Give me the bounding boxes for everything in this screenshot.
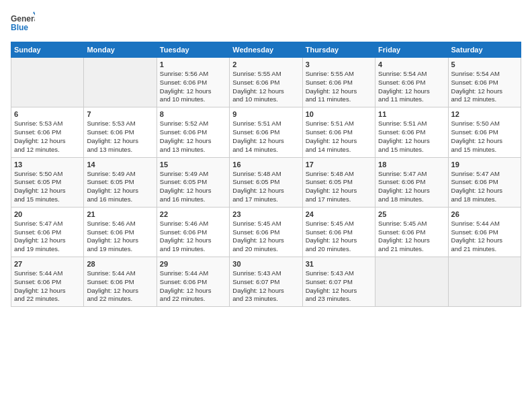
day-number: 22 bbox=[160, 210, 226, 218]
day-cell: 28Sunrise: 5:44 AM Sunset: 6:06 PM Dayli… bbox=[84, 257, 157, 307]
day-cell: 11Sunrise: 5:51 AM Sunset: 6:06 PM Dayli… bbox=[375, 107, 448, 157]
day-cell: 17Sunrise: 5:48 AM Sunset: 6:05 PM Dayli… bbox=[302, 157, 375, 207]
day-number: 16 bbox=[232, 161, 299, 169]
day-cell: 3Sunrise: 5:55 AM Sunset: 6:06 PM Daylig… bbox=[302, 58, 375, 107]
day-cell: 24Sunrise: 5:45 AM Sunset: 6:06 PM Dayli… bbox=[302, 207, 375, 257]
day-cell: 19Sunrise: 5:47 AM Sunset: 6:06 PM Dayli… bbox=[448, 157, 521, 207]
header-cell-tuesday: Tuesday bbox=[157, 42, 229, 58]
day-info: Sunrise: 5:51 AM Sunset: 6:06 PM Dayligh… bbox=[378, 120, 445, 154]
week-row-5: 27Sunrise: 5:44 AM Sunset: 6:06 PM Dayli… bbox=[11, 257, 521, 307]
day-number: 23 bbox=[232, 210, 299, 218]
day-info: Sunrise: 5:44 AM Sunset: 6:06 PM Dayligh… bbox=[160, 269, 226, 304]
day-cell: 6Sunrise: 5:53 AM Sunset: 6:06 PM Daylig… bbox=[11, 107, 84, 157]
day-info: Sunrise: 5:55 AM Sunset: 6:06 PM Dayligh… bbox=[306, 70, 372, 104]
day-number: 31 bbox=[306, 260, 372, 268]
day-info: Sunrise: 5:45 AM Sunset: 6:06 PM Dayligh… bbox=[232, 220, 299, 254]
day-cell: 29Sunrise: 5:44 AM Sunset: 6:06 PM Dayli… bbox=[157, 257, 229, 307]
day-info: Sunrise: 5:53 AM Sunset: 6:06 PM Dayligh… bbox=[87, 120, 153, 154]
day-cell: 25Sunrise: 5:45 AM Sunset: 6:06 PM Dayli… bbox=[375, 207, 448, 257]
day-cell: 16Sunrise: 5:48 AM Sunset: 6:05 PM Dayli… bbox=[230, 157, 302, 207]
day-info: Sunrise: 5:48 AM Sunset: 6:05 PM Dayligh… bbox=[232, 170, 299, 204]
day-number: 14 bbox=[87, 161, 153, 169]
day-info: Sunrise: 5:44 AM Sunset: 6:06 PM Dayligh… bbox=[451, 220, 518, 254]
day-cell: 23Sunrise: 5:45 AM Sunset: 6:06 PM Dayli… bbox=[230, 207, 302, 257]
day-info: Sunrise: 5:47 AM Sunset: 6:06 PM Dayligh… bbox=[451, 170, 518, 204]
svg-text:General: General bbox=[11, 14, 35, 24]
day-number: 11 bbox=[378, 110, 445, 118]
logo-bird-icon: General Blue bbox=[11, 11, 35, 35]
day-info: Sunrise: 5:47 AM Sunset: 6:06 PM Dayligh… bbox=[14, 220, 81, 254]
day-cell: 21Sunrise: 5:46 AM Sunset: 6:06 PM Dayli… bbox=[84, 207, 157, 257]
day-number: 12 bbox=[451, 110, 518, 118]
day-number: 29 bbox=[160, 260, 226, 268]
day-number: 5 bbox=[451, 60, 518, 68]
day-cell bbox=[375, 257, 448, 307]
header-cell-friday: Friday bbox=[375, 42, 448, 58]
header-cell-wednesday: Wednesday bbox=[230, 42, 302, 58]
day-number: 13 bbox=[14, 161, 81, 169]
day-number: 9 bbox=[232, 110, 299, 118]
day-cell: 22Sunrise: 5:46 AM Sunset: 6:06 PM Dayli… bbox=[157, 207, 229, 257]
day-number: 10 bbox=[306, 110, 372, 118]
day-number: 24 bbox=[306, 210, 372, 218]
day-cell: 8Sunrise: 5:52 AM Sunset: 6:06 PM Daylig… bbox=[157, 107, 229, 157]
day-cell: 7Sunrise: 5:53 AM Sunset: 6:06 PM Daylig… bbox=[84, 107, 157, 157]
week-row-4: 20Sunrise: 5:47 AM Sunset: 6:06 PM Dayli… bbox=[11, 207, 521, 257]
day-number: 3 bbox=[306, 60, 372, 68]
day-info: Sunrise: 5:56 AM Sunset: 6:06 PM Dayligh… bbox=[160, 70, 226, 104]
week-row-1: 1Sunrise: 5:56 AM Sunset: 6:06 PM Daylig… bbox=[11, 58, 521, 107]
day-cell bbox=[448, 257, 521, 307]
day-cell: 12Sunrise: 5:50 AM Sunset: 6:06 PM Dayli… bbox=[448, 107, 521, 157]
day-cell: 2Sunrise: 5:55 AM Sunset: 6:06 PM Daylig… bbox=[230, 58, 302, 107]
week-row-2: 6Sunrise: 5:53 AM Sunset: 6:06 PM Daylig… bbox=[11, 107, 521, 157]
day-info: Sunrise: 5:52 AM Sunset: 6:06 PM Dayligh… bbox=[160, 120, 226, 154]
day-cell: 18Sunrise: 5:47 AM Sunset: 6:06 PM Dayli… bbox=[375, 157, 448, 207]
week-row-3: 13Sunrise: 5:50 AM Sunset: 6:05 PM Dayli… bbox=[11, 157, 521, 207]
day-info: Sunrise: 5:46 AM Sunset: 6:06 PM Dayligh… bbox=[87, 220, 153, 254]
day-number: 26 bbox=[451, 210, 518, 218]
day-info: Sunrise: 5:46 AM Sunset: 6:06 PM Dayligh… bbox=[160, 220, 226, 254]
day-info: Sunrise: 5:54 AM Sunset: 6:06 PM Dayligh… bbox=[451, 70, 518, 104]
header-row: SundayMondayTuesdayWednesdayThursdayFrid… bbox=[11, 42, 521, 58]
day-info: Sunrise: 5:47 AM Sunset: 6:06 PM Dayligh… bbox=[378, 170, 445, 204]
day-number: 8 bbox=[160, 110, 226, 118]
day-info: Sunrise: 5:49 AM Sunset: 6:05 PM Dayligh… bbox=[87, 170, 153, 204]
day-cell: 1Sunrise: 5:56 AM Sunset: 6:06 PM Daylig… bbox=[157, 58, 229, 107]
day-cell: 14Sunrise: 5:49 AM Sunset: 6:05 PM Dayli… bbox=[84, 157, 157, 207]
day-info: Sunrise: 5:54 AM Sunset: 6:06 PM Dayligh… bbox=[378, 70, 445, 104]
day-cell: 5Sunrise: 5:54 AM Sunset: 6:06 PM Daylig… bbox=[448, 58, 521, 107]
day-info: Sunrise: 5:43 AM Sunset: 6:07 PM Dayligh… bbox=[306, 269, 372, 304]
day-number: 4 bbox=[378, 60, 445, 68]
day-number: 18 bbox=[378, 161, 445, 169]
header: General Blue bbox=[11, 11, 521, 35]
header-cell-sunday: Sunday bbox=[11, 42, 84, 58]
svg-marker-2 bbox=[33, 11, 35, 13]
day-cell: 10Sunrise: 5:51 AM Sunset: 6:06 PM Dayli… bbox=[302, 107, 375, 157]
day-info: Sunrise: 5:44 AM Sunset: 6:06 PM Dayligh… bbox=[87, 269, 153, 304]
day-number: 27 bbox=[14, 260, 81, 268]
day-info: Sunrise: 5:50 AM Sunset: 6:05 PM Dayligh… bbox=[14, 170, 81, 204]
day-number: 25 bbox=[378, 210, 445, 218]
day-number: 7 bbox=[87, 110, 153, 118]
day-number: 1 bbox=[160, 60, 226, 68]
day-cell bbox=[11, 58, 84, 107]
day-info: Sunrise: 5:55 AM Sunset: 6:06 PM Dayligh… bbox=[232, 70, 299, 104]
header-cell-thursday: Thursday bbox=[302, 42, 375, 58]
day-info: Sunrise: 5:43 AM Sunset: 6:07 PM Dayligh… bbox=[232, 269, 299, 304]
day-cell: 13Sunrise: 5:50 AM Sunset: 6:05 PM Dayli… bbox=[11, 157, 84, 207]
svg-text:Blue: Blue bbox=[11, 23, 28, 32]
day-cell: 15Sunrise: 5:49 AM Sunset: 6:05 PM Dayli… bbox=[157, 157, 229, 207]
day-cell bbox=[84, 58, 157, 107]
day-number: 30 bbox=[232, 260, 299, 268]
day-info: Sunrise: 5:48 AM Sunset: 6:05 PM Dayligh… bbox=[306, 170, 372, 204]
day-number: 17 bbox=[306, 161, 372, 169]
day-info: Sunrise: 5:49 AM Sunset: 6:05 PM Dayligh… bbox=[160, 170, 226, 204]
day-info: Sunrise: 5:44 AM Sunset: 6:06 PM Dayligh… bbox=[14, 269, 81, 304]
day-number: 6 bbox=[14, 110, 81, 118]
day-info: Sunrise: 5:53 AM Sunset: 6:06 PM Dayligh… bbox=[14, 120, 81, 154]
day-cell: 27Sunrise: 5:44 AM Sunset: 6:06 PM Dayli… bbox=[11, 257, 84, 307]
day-number: 15 bbox=[160, 161, 226, 169]
logo: General Blue bbox=[11, 11, 35, 35]
day-info: Sunrise: 5:51 AM Sunset: 6:06 PM Dayligh… bbox=[306, 120, 372, 154]
header-cell-saturday: Saturday bbox=[448, 42, 521, 58]
